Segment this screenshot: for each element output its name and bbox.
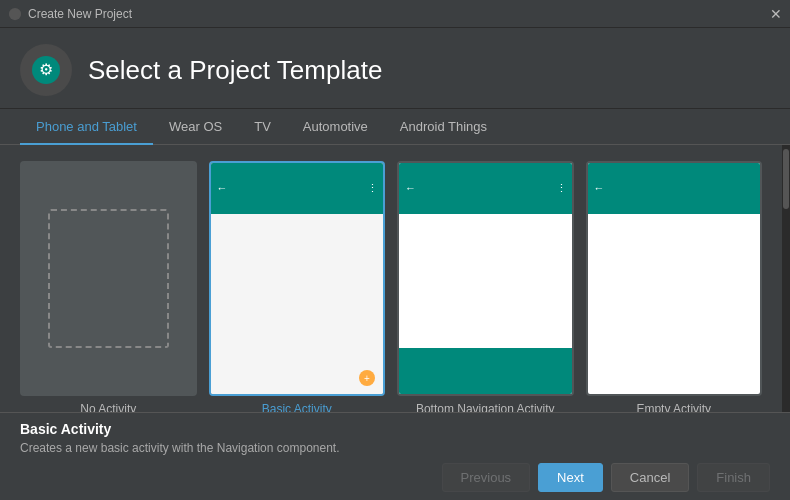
template-basic-activity-preview: ← ⋮ +	[209, 161, 386, 396]
template-bottom-nav-preview: ← ⋮	[397, 161, 574, 396]
tab-phone-tablet[interactable]: Phone and Tablet	[20, 109, 153, 144]
window-icon	[8, 7, 22, 21]
tab-android-things[interactable]: Android Things	[384, 109, 503, 144]
finish-button[interactable]: Finish	[697, 463, 770, 492]
template-basic-activity-label: Basic Activity	[262, 402, 332, 412]
template-bottom-nav-label: Bottom Navigation Activity	[416, 402, 555, 412]
template-empty-activity[interactable]: ← Empty Activity	[586, 161, 763, 412]
menu-dots-icon2: ⋮	[556, 182, 567, 195]
templates-grid: No Activity ← ⋮ +	[0, 145, 782, 412]
tab-wear-os[interactable]: Wear OS	[153, 109, 238, 144]
android-logo-icon: ⚙	[30, 54, 62, 86]
scrollbar[interactable]	[782, 145, 790, 412]
selected-template-description: Creates a new basic activity with the Na…	[20, 441, 770, 455]
template-empty-activity-preview: ←	[586, 161, 763, 396]
menu-dots-icon: ⋮	[367, 182, 378, 195]
back-arrow-icon2: ←	[405, 182, 416, 194]
bottom-nav-bar	[399, 348, 572, 394]
window: Create New Project ✕ ⚙ Select a Project …	[0, 0, 790, 500]
template-empty-activity-label: Empty Activity	[636, 402, 711, 412]
header: ⚙ Select a Project Template	[0, 28, 790, 109]
cancel-button[interactable]: Cancel	[611, 463, 689, 492]
back-arrow-icon: ←	[217, 182, 228, 194]
basic-body: +	[211, 214, 384, 394]
no-activity-visual	[22, 163, 195, 394]
selected-template-title: Basic Activity	[20, 421, 770, 437]
back-arrow-icon3: ←	[594, 182, 605, 194]
tab-tv[interactable]: TV	[238, 109, 287, 144]
title-bar-text: Create New Project	[28, 7, 132, 21]
action-buttons: Previous Next Cancel Finish	[20, 463, 770, 492]
selected-template-info: Basic Activity Creates a new basic activ…	[20, 421, 770, 455]
tab-automotive[interactable]: Automotive	[287, 109, 384, 144]
template-no-activity-label: No Activity	[80, 402, 136, 412]
close-button[interactable]: ✕	[770, 6, 782, 22]
title-bar: Create New Project ✕	[0, 0, 790, 28]
fab-button: +	[359, 370, 375, 386]
basic-activity-visual: ← ⋮ +	[211, 163, 384, 394]
template-bottom-nav[interactable]: ← ⋮ Bottom Navigation Activity	[397, 161, 574, 412]
bottom-panel: Basic Activity Creates a new basic activ…	[0, 412, 790, 500]
svg-text:⚙: ⚙	[39, 61, 53, 78]
bottom-nav-top-bar: ← ⋮	[399, 163, 572, 214]
app-logo: ⚙	[20, 44, 72, 96]
scrollbar-thumb	[783, 149, 789, 209]
main-area: No Activity ← ⋮ +	[0, 145, 790, 412]
dashed-rect	[48, 209, 169, 348]
empty-activity-visual: ←	[588, 163, 761, 394]
content-area: Phone and Tablet Wear OS TV Automotive A…	[0, 109, 790, 412]
svg-point-0	[9, 7, 21, 19]
template-no-activity[interactable]: No Activity	[20, 161, 197, 412]
template-basic-activity[interactable]: ← ⋮ + Basic Activity	[209, 161, 386, 412]
next-button[interactable]: Next	[538, 463, 603, 492]
tab-bar: Phone and Tablet Wear OS TV Automotive A…	[0, 109, 790, 145]
bottom-nav-content	[399, 214, 572, 348]
previous-button[interactable]: Previous	[442, 463, 531, 492]
bottom-nav-visual: ← ⋮	[399, 163, 572, 394]
basic-top-bar: ← ⋮	[211, 163, 384, 214]
empty-top-bar: ←	[588, 163, 761, 214]
page-title: Select a Project Template	[88, 55, 382, 86]
template-no-activity-preview	[20, 161, 197, 396]
